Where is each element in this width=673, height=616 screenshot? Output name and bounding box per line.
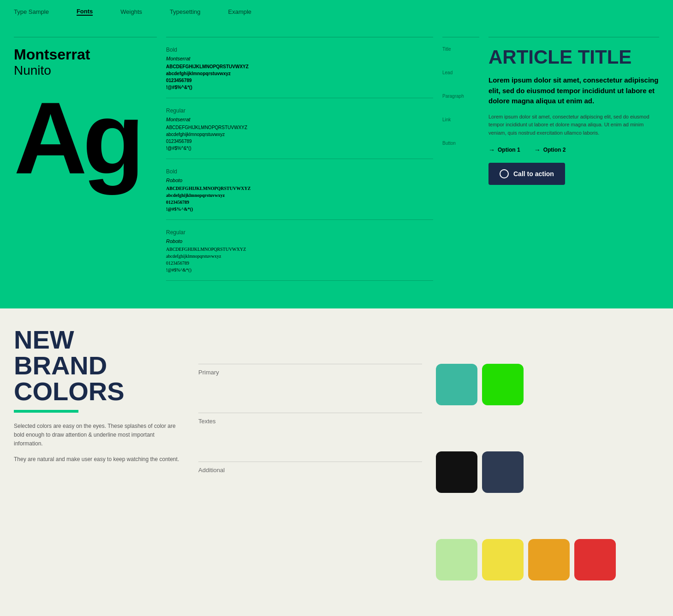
type-label-lead: Lead [442,70,479,75]
primary-swatches [436,345,660,405]
article-body: Lorem ipsum dolor sit amet, consectetur … [488,113,659,137]
brand-colors-title: NEW BRAND COLORS [14,327,185,404]
fonts-section: Montserrat Nunito Ag Bold Montserrat ABC… [0,23,673,308]
font-name-panel: Montserrat Nunito Ag [14,37,157,290]
swatch-navy [482,451,524,493]
type-label-button: Button [442,141,479,146]
nav-weights[interactable]: Weights [120,8,142,15]
weight-label-4: Regular [166,229,433,236]
type-label-title: Title [442,47,479,52]
weights-panel: Bold Montserrat ABCDEFGHIJKLMNOPQRSTUVWX… [166,37,433,290]
link-option1[interactable]: → Option 1 [488,146,520,154]
weight-bold-roboto: Bold Roboto ABCDEFGHIJKLMNOPQRSTUVWXYZab… [166,168,433,220]
primary-label: Primary [198,369,254,376]
colors-left-panel: NEW BRAND COLORS Selected colors are eas… [14,327,185,608]
brand-title-line3: COLORS [14,379,185,404]
article-lead: Lorem ipsum dolor sit amet, consectetur … [488,75,659,107]
font-nunito-label: Nunito [14,63,157,78]
weight-chars-2: ABCDEFGHIJKLMNOPQRSTUVWXYZabcdefghijklmn… [166,124,433,152]
colors-labels-panel: Primary Textes Additional [198,327,422,608]
links-row: → Option 1 → Option 2 [488,146,659,154]
nav-fonts[interactable]: Fonts [77,8,93,16]
weight-regular-roboto: Regular Roboto ABCDEFGHIJKLMNOPQRSTUVWXY… [166,229,433,281]
color-row-textes: Textes [198,413,422,425]
arrow-icon-2: → [534,146,541,154]
swatch-yellow [482,539,524,580]
teal-accent-bar [14,410,78,413]
typesetting-panel: Title Lead Paragraph Link Button [442,37,479,290]
brand-title-line2: BRAND [14,353,185,379]
weight-label-2: Regular [166,107,433,114]
swatch-green [482,364,524,405]
nav-typesetting[interactable]: Typesetting [170,8,201,15]
swatch-red [574,539,616,580]
link-option2[interactable]: → Option 2 [534,146,566,154]
weight-regular-montserrat: Regular Montserrat ABCDEFGHIJKLMNOPQRSTU… [166,107,433,159]
weight-bold-montserrat: Bold Montserrat ABCDEFGHIJKLMNOPQRSTUVWX… [166,47,433,98]
font-sample-letters: Ag [14,88,157,189]
top-navigation: Type Sample Fonts Weights Typesetting Ex… [0,0,673,23]
brand-title-line1: NEW [14,327,185,353]
colors-section: NEW BRAND COLORS Selected colors are eas… [0,308,673,616]
weight-chars-1: ABCDEFGHIJKLMNOPQRSTUVWXYZabcdefghijklmn… [166,63,433,91]
arrow-icon-1: → [488,146,495,154]
nav-example[interactable]: Example [228,8,252,15]
weight-font-name-1: Montserrat [166,56,433,61]
swatch-black [436,451,477,493]
weight-label-1: Bold [166,47,433,53]
colors-description-1: Selected colors are easy on the eyes. Th… [14,422,185,449]
weight-font-name-2: Montserrat [166,117,433,122]
swatches-panel [436,327,660,608]
weight-chars-4: ABCDEFGHIJKLMNOPQRSTUVWXYZabcdefghijklmn… [166,246,433,273]
example-panel: ARTICLE TITLE Lorem ipsum dolor sit amet… [488,37,659,290]
swatch-teal [436,364,477,405]
font-montserrat-label: Montserrat [14,47,157,63]
swatch-lightgreen [436,539,477,580]
additional-swatches [436,521,660,580]
link-option2-label: Option 2 [543,147,566,153]
color-row-primary: Primary [198,364,422,376]
weight-font-name-3: Roboto [166,178,433,183]
cta-button[interactable]: Call to action [488,163,565,185]
color-row-additional: Additional [198,462,422,474]
additional-label: Additional [198,467,254,474]
textes-swatches [436,433,660,493]
textes-label: Textes [198,418,254,425]
article-title: ARTICLE TITLE [488,47,659,68]
nav-type-sample[interactable]: Type Sample [14,8,49,15]
type-label-link: Link [442,117,479,122]
weight-font-name-4: Roboto [166,238,433,244]
cta-circle-icon [500,169,509,178]
cta-label: Call to action [513,170,554,178]
colors-description-2: They are natural and make user easy to k… [14,455,185,464]
weight-chars-3: ABCDEFGHIJKLMNOPQRSTUVWXYZabcdefghijklmn… [166,185,433,213]
swatch-orange [528,539,570,580]
type-label-paragraph: Paragraph [442,94,479,99]
weight-label-3: Bold [166,168,433,175]
link-option1-label: Option 1 [498,147,520,153]
